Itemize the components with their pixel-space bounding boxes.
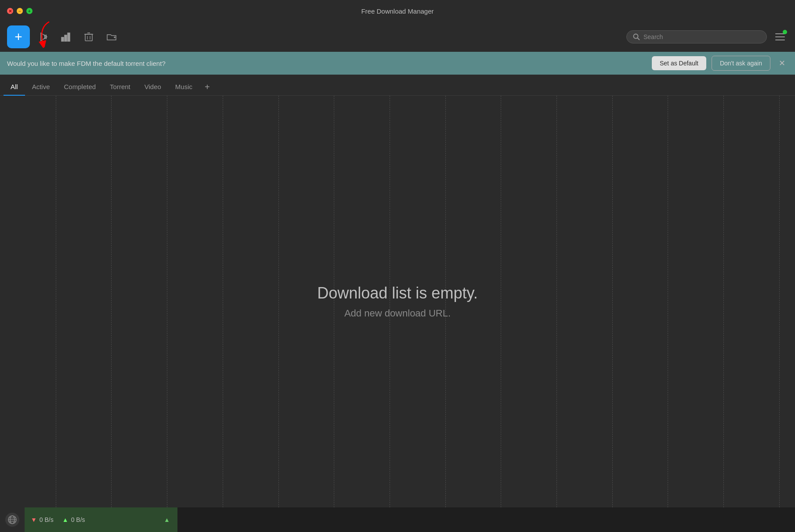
minimize-button[interactable]: – — [17, 8, 23, 14]
svg-point-14 — [634, 34, 638, 39]
close-button[interactable]: ✕ — [7, 8, 13, 14]
set-default-button[interactable]: Set as Default — [652, 56, 706, 70]
dont-ask-button[interactable]: Don't ask again — [712, 56, 770, 71]
speed-display: ▼ 0 B/s ▲ 0 B/s — [25, 507, 156, 532]
traffic-lights: ✕ – + — [7, 8, 33, 14]
empty-subtitle: Add new download URL. — [317, 308, 477, 319]
status-bar: ▼ 0 B/s ▲ 0 B/s ▲ — [0, 507, 795, 532]
toolbar-right — [626, 29, 788, 45]
tab-video[interactable]: Video — [137, 79, 168, 96]
app-title: Free Download Manager — [361, 7, 434, 15]
tabs-bar: All Active Completed Torrent Video Music… — [0, 75, 795, 96]
svg-line-15 — [638, 38, 640, 40]
menu-button[interactable] — [772, 29, 788, 45]
tab-torrent[interactable]: Torrent — [103, 79, 137, 96]
notification-dot — [783, 30, 787, 34]
svg-rect-5 — [65, 35, 67, 41]
tab-music[interactable]: Music — [168, 79, 199, 96]
close-notification-button[interactable]: ✕ — [776, 57, 788, 69]
upload-speed-value: 0 B/s — [71, 516, 85, 523]
search-box[interactable] — [626, 30, 767, 43]
content-area: Download list is empty. Add new download… — [0, 96, 795, 507]
notification-banner: Would you like to make FDM the default t… — [0, 52, 795, 75]
add-download-button[interactable]: + — [7, 25, 30, 48]
svg-rect-7 — [85, 34, 92, 41]
schedule-icon — [37, 31, 49, 43]
search-input[interactable] — [643, 33, 760, 40]
vpn-button[interactable] — [0, 507, 25, 532]
open-folder-button[interactable] — [102, 27, 121, 47]
folder-icon — [106, 31, 117, 43]
tab-all[interactable]: All — [4, 79, 25, 96]
maximize-button[interactable]: + — [26, 8, 33, 14]
stats-button[interactable] — [56, 27, 76, 47]
stats-icon — [60, 31, 72, 43]
notification-text: Would you like to make FDM the default t… — [7, 60, 647, 67]
toolbar: + — [0, 22, 795, 52]
upload-arrow-icon: ▲ — [62, 516, 69, 523]
expand-status-button[interactable]: ▲ — [156, 507, 177, 532]
download-speed-value: 0 B/s — [40, 516, 54, 523]
svg-rect-6 — [68, 33, 70, 41]
empty-state: Download list is empty. Add new download… — [317, 284, 477, 319]
svg-rect-4 — [61, 37, 64, 41]
menu-line — [775, 40, 785, 40]
empty-title: Download list is empty. — [317, 284, 477, 302]
vpn-icon — [5, 513, 19, 527]
delete-button[interactable] — [79, 27, 98, 47]
title-bar: ✕ – + Free Download Manager — [0, 0, 795, 22]
search-icon — [633, 33, 640, 40]
add-tab-button[interactable]: + — [199, 78, 215, 96]
menu-line — [775, 36, 785, 37]
download-arrow-icon: ▼ — [31, 516, 37, 523]
expand-chevron-icon: ▲ — [164, 516, 170, 523]
tab-active[interactable]: Active — [25, 79, 57, 96]
trash-icon — [83, 31, 94, 43]
schedule-button[interactable] — [33, 27, 53, 47]
download-speed: ▼ 0 B/s — [31, 516, 54, 523]
tab-completed[interactable]: Completed — [57, 79, 103, 96]
upload-speed: ▲ 0 B/s — [62, 516, 85, 523]
